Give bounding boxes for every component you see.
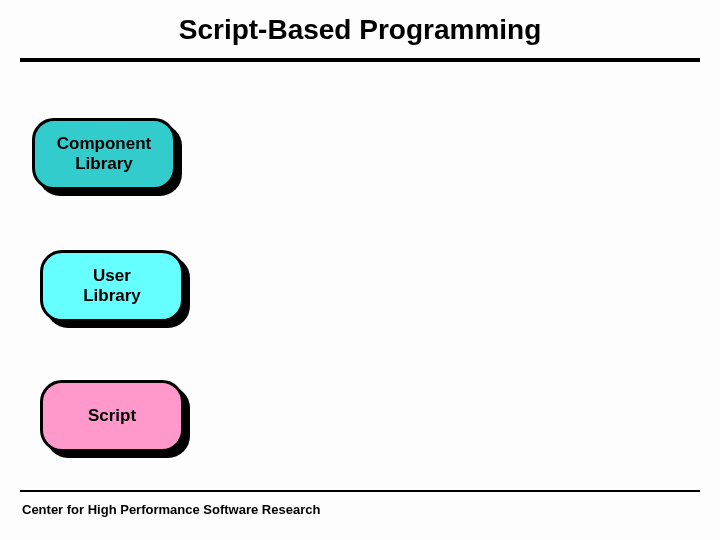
block-script: Script: [40, 380, 184, 452]
block-face: Component Library: [32, 118, 176, 190]
divider-bottom: [20, 490, 700, 492]
block-label: User Library: [83, 266, 141, 305]
divider-top: [20, 58, 700, 62]
block-user-library: User Library: [40, 250, 184, 322]
block-face: User Library: [40, 250, 184, 322]
block-label: Script: [88, 406, 136, 426]
block-label: Component Library: [57, 134, 151, 173]
slide-title: Script-Based Programming: [0, 14, 720, 46]
block-component-library: Component Library: [32, 118, 176, 190]
block-face: Script: [40, 380, 184, 452]
footer-text: Center for High Performance Software Res…: [22, 502, 320, 517]
